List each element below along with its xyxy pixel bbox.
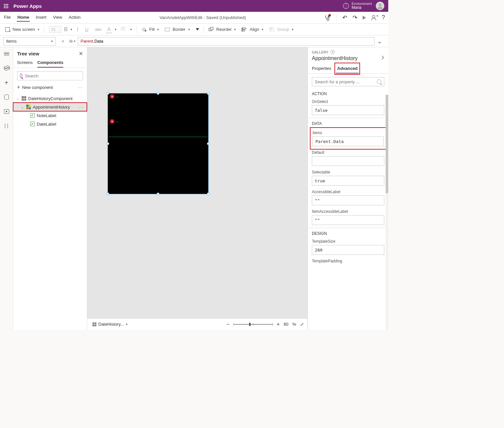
selected-gallery[interactable]: ✕ ⌄ ✕ ⌄ xyxy=(108,93,209,194)
chevron-down-icon[interactable]: ⌄ xyxy=(116,119,118,123)
strike-button[interactable]: abc xyxy=(93,27,103,32)
rail-media[interactable] xyxy=(3,108,10,115)
resize-handle[interactable] xyxy=(107,193,109,195)
tree-tab-screens[interactable]: Screens xyxy=(17,58,33,68)
italic-button[interactable]: I xyxy=(75,27,80,32)
menu-insert[interactable]: Insert xyxy=(35,13,47,22)
menu-view[interactable]: View xyxy=(52,13,63,22)
app-checker-icon[interactable] xyxy=(324,15,330,21)
zoom-in-button[interactable]: + xyxy=(277,321,280,327)
resize-handle[interactable] xyxy=(157,92,159,95)
info-icon[interactable]: ? xyxy=(331,50,335,54)
svg-point-0 xyxy=(379,4,381,6)
align-button[interactable]: Align▾ xyxy=(240,27,265,32)
field-label-accessible: AccessibleLabel xyxy=(308,188,388,195)
rail-settings[interactable] xyxy=(3,123,10,129)
field-input-accessible[interactable]: "" xyxy=(312,195,384,205)
font-size-value[interactable]: 21 xyxy=(49,26,61,33)
undo-button[interactable]: ↶ xyxy=(342,14,347,21)
panel-expand-button[interactable]: › xyxy=(381,52,384,62)
new-component-button[interactable]: + New component xyxy=(17,84,53,90)
new-screen-button[interactable]: + New screen ▾ xyxy=(3,27,41,32)
play-button[interactable] xyxy=(363,16,366,20)
canvas-screen-dropdown[interactable]: DateHistory... ▾ xyxy=(91,320,130,328)
rail-hamburger[interactable] xyxy=(3,51,10,57)
canvas[interactable]: ✕ ⌄ ✕ ⌄ DateHistory... ▾ − + 60 % ⤢ xyxy=(87,47,308,330)
resize-handle[interactable] xyxy=(207,142,210,145)
node-more-button[interactable]: ··· xyxy=(79,105,84,110)
template-divider xyxy=(109,137,208,137)
bold-button[interactable]: B xyxy=(64,27,68,32)
redo-button[interactable]: ↷ xyxy=(353,14,357,21)
zoom-thumb[interactable] xyxy=(249,323,251,326)
zoom-out-button[interactable]: − xyxy=(226,321,229,327)
field-label-selectable: Selectable xyxy=(308,169,388,175)
field-input-templatesize[interactable]: 280 xyxy=(312,245,384,255)
tree-close-button[interactable]: ✕ xyxy=(79,51,83,57)
chevron-down-icon[interactable]: ⌄ xyxy=(116,94,118,98)
resize-handle[interactable] xyxy=(207,193,210,195)
environment-picker[interactable]: Environment Maria xyxy=(343,2,372,10)
underline-button[interactable]: U xyxy=(83,27,91,32)
tree-node-notelabel[interactable]: NoteLabel xyxy=(13,111,87,120)
zoom-slider[interactable] xyxy=(233,324,273,325)
search-icon xyxy=(377,79,381,84)
props-tab-properties[interactable]: Properties xyxy=(312,64,331,73)
resize-handle[interactable] xyxy=(207,92,210,95)
props-search[interactable] xyxy=(312,77,384,86)
rail-tree-view[interactable] xyxy=(3,65,10,71)
tree-node-gallery[interactable]: ⌄ AppointmentHistory ··· xyxy=(13,103,87,111)
share-button[interactable]: + xyxy=(371,15,376,20)
svg-rect-6 xyxy=(165,28,170,31)
rail-data[interactable] xyxy=(3,94,10,100)
border-button[interactable]: Border▾ xyxy=(163,27,192,32)
field-input-itemaccessible[interactable]: "" xyxy=(312,215,384,225)
error-badge-icon[interactable]: ✕ xyxy=(110,94,114,99)
property-dropdown[interactable]: Items▾ xyxy=(3,37,56,46)
menu-file[interactable]: File xyxy=(3,13,11,22)
scrollbar-thumb[interactable] xyxy=(386,95,388,193)
more-format-button[interactable] xyxy=(196,28,199,31)
error-badge-icon[interactable]: ✕ xyxy=(110,119,114,124)
canvas-status-bar: DateHistory... ▾ − + 60 % ⤢ xyxy=(87,318,307,330)
formula-expand-button[interactable]: ⌄ xyxy=(374,38,384,45)
section-action: ACTION xyxy=(308,90,388,98)
component-more-button[interactable]: ··· xyxy=(77,85,83,90)
field-input-selectable[interactable]: true xyxy=(312,176,384,186)
screen-icon: + xyxy=(5,27,10,32)
help-button[interactable]: ? xyxy=(382,14,385,21)
waffle-icon[interactable] xyxy=(4,4,8,8)
tree-node-root[interactable]: ⌄ DateHistoryComponent xyxy=(13,94,87,103)
font-color-button[interactable]: A xyxy=(106,27,112,32)
field-input-onselect[interactable]: false xyxy=(312,105,384,115)
fit-screen-button[interactable]: ⤢ xyxy=(300,322,304,327)
text-align-button[interactable] xyxy=(119,27,128,32)
tree-search-input[interactable] xyxy=(25,73,80,78)
group-icon xyxy=(269,27,274,32)
formula-input[interactable]: Parent.Data xyxy=(78,37,374,46)
error-dot-icon xyxy=(329,14,331,16)
resize-handle[interactable] xyxy=(157,193,159,195)
svg-rect-8 xyxy=(211,27,213,30)
user-avatar[interactable] xyxy=(376,2,384,10)
menu-action[interactable]: Action xyxy=(68,13,81,22)
menu-home[interactable]: Home xyxy=(17,13,30,22)
svg-point-5 xyxy=(145,30,146,31)
scrollbar[interactable] xyxy=(386,95,388,330)
tree-search[interactable] xyxy=(17,71,83,80)
person-icon xyxy=(377,3,383,9)
control-name[interactable]: AppointmentHistory xyxy=(312,54,358,64)
field-input-default[interactable] xyxy=(312,156,384,166)
tree-node-datelabel[interactable]: DateLabel xyxy=(13,120,87,128)
resize-handle[interactable] xyxy=(107,142,109,145)
resize-handle[interactable] xyxy=(107,92,109,95)
tree-panel: Tree view ✕ Screens Components + New com… xyxy=(13,47,87,330)
section-design: DESIGN xyxy=(308,228,388,238)
field-input-items[interactable]: Parent.Data xyxy=(312,136,384,146)
fill-button[interactable]: Fill▾ xyxy=(139,27,161,32)
tree-tab-components[interactable]: Components xyxy=(37,58,63,68)
props-tab-advanced[interactable]: Advanced xyxy=(336,64,359,73)
rail-insert[interactable]: + xyxy=(3,79,10,86)
reorder-button[interactable]: Reorder▾ xyxy=(207,27,238,32)
props-search-input[interactable] xyxy=(315,79,377,84)
